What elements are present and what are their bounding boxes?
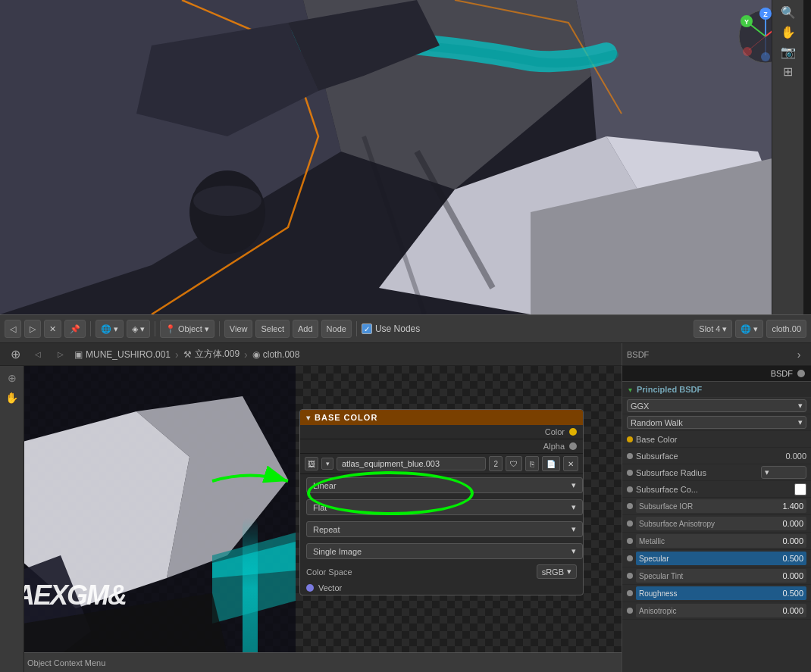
viewport[interactable]: Z X Y 🔍 ✋ 📷 ⊞ (0, 0, 803, 314)
specular-tint-bar[interactable]: Specular Tint 0.000 (636, 569, 806, 583)
image-close-btn[interactable]: ✕ (563, 456, 578, 471)
sr-chevron: ▾ (765, 467, 769, 477)
subsurface-aniso-socket[interactable] (627, 520, 633, 527)
color-socket[interactable] (569, 428, 577, 436)
breadcrumb-item-3[interactable]: cloth.008 (263, 349, 300, 360)
collapse-icon[interactable]: ▾ (628, 386, 632, 394)
breadcrumb-item-2[interactable]: 立方体.009 (195, 348, 240, 361)
ext-chevron: ▾ (571, 502, 576, 512)
image-new-btn[interactable]: 📄 (542, 456, 560, 471)
color-space-dropdown[interactable]: sRGB ▾ (537, 564, 577, 579)
vector-socket[interactable] (306, 584, 314, 592)
image-copy-btn[interactable]: ⎘ (525, 456, 539, 471)
image-type-icon[interactable]: 🖼 (305, 457, 318, 470)
subsurface-radius-label: Subsurface Radius (636, 468, 758, 477)
vector-row: Vector (300, 581, 583, 595)
image-dropdown-btn[interactable]: ▾ (321, 458, 333, 470)
breadcrumb-nav-next[interactable]: ▷ (52, 345, 70, 364)
random-walk-dropdown[interactable]: Random Walk ▾ (627, 416, 806, 429)
subsurface-socket[interactable] (627, 453, 633, 459)
subsurface-radius-socket[interactable] (627, 470, 633, 476)
context-menu-label: Object Context Menu (27, 658, 105, 667)
breadcrumb-item-1[interactable]: MUNE_USHIRO.001 (86, 349, 171, 360)
view-menu[interactable]: View (224, 320, 253, 338)
repeat-dropdown[interactable]: Repeat ▾ (306, 521, 583, 537)
toolbar-mode-next[interactable]: ▷ (24, 320, 41, 338)
editor-type-dropdown[interactable]: 📍 Object ▾ (160, 320, 214, 338)
add-menu[interactable]: Add (293, 320, 318, 338)
repeat-row: Repeat ▾ (300, 518, 583, 540)
slot-dropdown[interactable]: Slot 4 ▾ (694, 320, 732, 338)
alpha-row: Alpha (300, 439, 583, 454)
global-dropdown[interactable]: 🌐 ▾ (735, 320, 763, 338)
select-menu[interactable]: Select (255, 320, 290, 338)
alpha-socket[interactable] (569, 442, 577, 450)
toolbar-pin[interactable]: 📌 (64, 320, 86, 338)
base-color-title: BASE COLOR (315, 413, 377, 422)
use-nodes-checkbox[interactable]: ✓ (362, 323, 372, 334)
specular-tint-socket[interactable] (627, 573, 633, 579)
bsdf-output-socket[interactable] (797, 370, 805, 377)
anisotropic-socket[interactable] (627, 608, 633, 614)
subsurface-color-swatch[interactable] (794, 483, 806, 495)
slot-label: Slot 4 (699, 324, 720, 333)
material-name[interactable]: cloth.00 (766, 320, 806, 338)
zoom-icon[interactable]: 🔍 (779, 3, 797, 21)
random-walk-row: Random Walk ▾ (622, 414, 811, 431)
global-orientation-dropdown[interactable]: 🌐 ▾ (96, 320, 124, 338)
roughness-label: Roughness (639, 589, 678, 598)
metallic-socket[interactable] (627, 538, 633, 544)
toolbar-sep-3 (219, 321, 220, 336)
image-type-dropdown[interactable]: Single Image ▾ (306, 543, 583, 559)
node-menu[interactable]: Node (321, 320, 352, 338)
toolbar-sep-1 (90, 321, 91, 336)
color-row: Color (300, 425, 583, 439)
principled-bsdf-title: Principled BSDF (637, 385, 702, 394)
annotation-arrow (205, 466, 296, 496)
subsurface-color-socket[interactable] (627, 486, 633, 492)
grid-icon[interactable]: ⊞ (779, 62, 797, 80)
roughness-socket[interactable] (627, 590, 633, 596)
toolbar-close[interactable]: ✕ (44, 320, 61, 338)
specular-socket[interactable] (627, 555, 633, 561)
hand-icon[interactable]: ✋ (779, 23, 797, 41)
roughness-bar[interactable]: Roughness 0.500 (636, 586, 806, 600)
extension-dropdown[interactable]: Flat ▾ (306, 499, 583, 515)
global-label: ▾ (114, 324, 118, 334)
subsurface-aniso-bar[interactable]: Subsurface Anisotropy 0.000 (636, 517, 806, 530)
add-node-icon[interactable]: ⊕ (6, 345, 24, 364)
hand-tool-icon[interactable]: ✋ (3, 389, 21, 407)
base-color-prop-socket[interactable] (627, 436, 633, 442)
repeat-chevron: ▾ (571, 524, 576, 534)
image-name-text: atlas_equipment_blue.003 (342, 459, 440, 468)
subsurface-ior-bar[interactable]: Subsurface IOR 1.400 (636, 499, 806, 513)
metallic-bar[interactable]: Metallic 0.000 (636, 534, 806, 548)
image-shield-btn[interactable]: 🛡 (506, 456, 522, 471)
viewport-side-toolbar: 🔍 ✋ 📷 ⊞ (772, 0, 803, 314)
node-editor-side-toolbar: ⊕ ✋ (0, 366, 24, 672)
toolbar-mode-prev[interactable]: ◁ (5, 320, 21, 338)
toolbar-sep-4 (356, 321, 357, 336)
add-node-side-icon[interactable]: ⊕ (3, 369, 21, 387)
subsurface-radius-dropdown[interactable]: ▾ (761, 466, 806, 479)
right-panel-close[interactable]: › (791, 347, 806, 362)
panel-collapse-icon[interactable]: ▾ (306, 414, 310, 422)
svg-text:Y: Y (744, 18, 749, 26)
subsurface-label: Subsurface (636, 452, 773, 461)
specular-value: 0.500 (782, 554, 803, 563)
image-name-field[interactable]: atlas_equipment_blue.003 (337, 457, 486, 470)
subsurface-ior-socket[interactable] (627, 503, 633, 509)
breadcrumb-nav-prev[interactable]: ◁ (29, 345, 47, 364)
ggx-dropdown[interactable]: GGX ▾ (627, 399, 806, 412)
metallic-value: 0.000 (782, 536, 803, 545)
interpolation-dropdown[interactable]: Linear ▾ (306, 477, 583, 493)
anisotropic-bar[interactable]: Anisotropic 0.000 (636, 604, 806, 617)
toolbar-sep-2 (155, 321, 155, 336)
camera-icon[interactable]: 📷 (779, 42, 797, 61)
ggx-label: GGX (631, 402, 649, 411)
metallic-row: Metallic 0.000 (622, 533, 811, 550)
specular-bar[interactable]: Specular 0.500 (636, 552, 806, 565)
transform-pivot-dropdown[interactable]: ◈ ▾ (127, 320, 150, 338)
rw-chevron: ▾ (798, 417, 803, 427)
image-count-btn[interactable]: 2 (489, 456, 503, 471)
